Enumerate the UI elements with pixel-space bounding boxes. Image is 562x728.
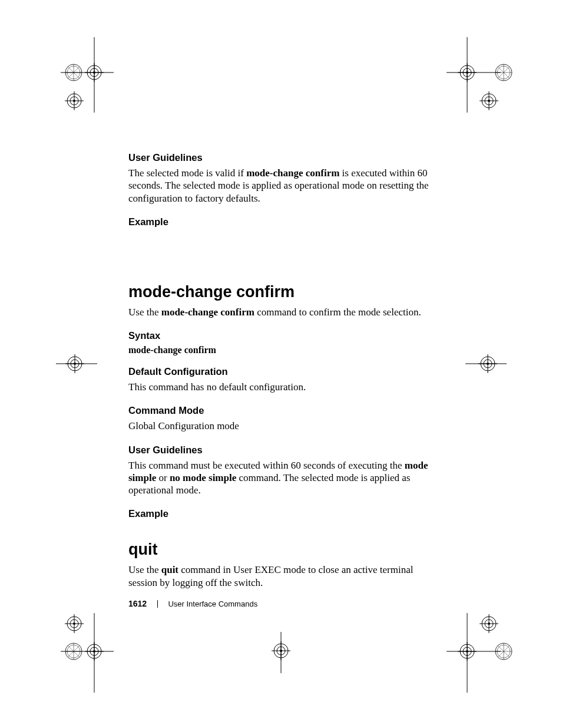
footer-separator (157, 600, 158, 608)
heading-default-config: Default Configuration (128, 366, 436, 377)
command-title-quit: quit (128, 541, 436, 559)
crop-mark-icon (436, 37, 524, 120)
bold-term: mode-change confirm (246, 167, 339, 179)
bold-term: no mode simple (170, 472, 236, 483)
paragraph-command-mode: Global Configuration mode (128, 420, 436, 432)
crop-mark-icon (465, 345, 507, 386)
heading-user-guidelines: User Guidelines (128, 152, 436, 163)
chapter-name: User Interface Commands (168, 599, 257, 608)
paragraph-intro-mcc: Use the mode-change confirm command to c… (128, 306, 436, 318)
page-footer: 1612 User Interface Commands (128, 599, 257, 608)
text: Use the (128, 307, 161, 318)
heading-syntax: Syntax (128, 330, 436, 341)
page-number: 1612 (128, 599, 147, 608)
heading-example-1: Example (128, 216, 436, 228)
heading-user-guidelines-2: User Guidelines (128, 444, 436, 456)
text: This command must be executed within 60 … (128, 460, 405, 471)
text: The selected mode is valid if (128, 167, 246, 179)
text: or (156, 472, 170, 483)
crop-mark-icon (37, 37, 114, 120)
crop-mark-icon (436, 607, 530, 696)
paragraph-user-guidelines-2: This command must be executed within 60 … (128, 459, 436, 497)
crop-mark-icon (37, 607, 120, 696)
paragraph-intro-quit: Use the quit command in User EXEC mode t… (128, 564, 436, 589)
paragraph-default-config: This command has no default configuratio… (128, 381, 436, 393)
syntax-text: mode-change confirm (128, 345, 436, 355)
page-content: User Guidelines The selected mode is val… (128, 152, 436, 601)
bold-term: mode-change confirm (161, 307, 254, 318)
text: command to confirm the mode selection. (254, 307, 421, 318)
bold-term: quit (161, 564, 178, 575)
heading-example-2: Example (128, 508, 436, 519)
heading-command-mode: Command Mode (128, 405, 436, 416)
paragraph-user-guidelines-1: The selected mode is valid if mode-chang… (128, 167, 436, 205)
crop-mark-icon (262, 632, 303, 673)
text: Use the (128, 564, 161, 575)
command-title-mode-change-confirm: mode-change confirm (128, 283, 436, 301)
crop-mark-icon (56, 345, 97, 386)
